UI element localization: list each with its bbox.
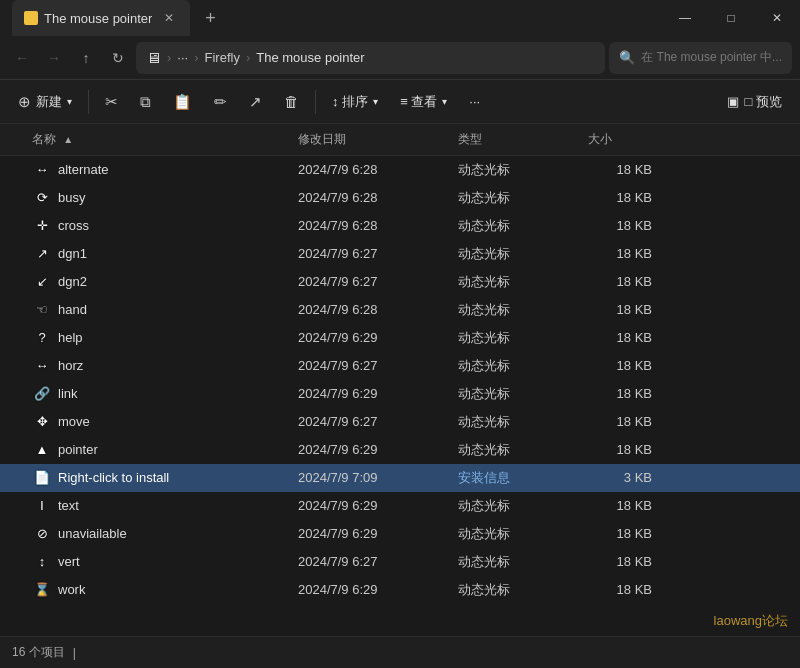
close-button[interactable]: ✕: [754, 0, 800, 36]
table-row[interactable]: ✥ move 2024/7/9 6:27 动态光标 18 KB: [0, 408, 800, 436]
file-type: 动态光标: [458, 301, 588, 319]
file-icon: 📄: [32, 468, 52, 488]
col-header-size[interactable]: 大小: [588, 131, 668, 148]
file-date: 2024/7/9 7:09: [298, 470, 458, 485]
table-row[interactable]: ⊘ unaviailable 2024/7/9 6:29 动态光标 18 KB: [0, 520, 800, 548]
col-header-date[interactable]: 修改日期: [298, 131, 458, 148]
table-row[interactable]: Ⅰ text 2024/7/9 6:29 动态光标 18 KB: [0, 492, 800, 520]
active-tab[interactable]: The mouse pointer ✕: [12, 0, 190, 36]
table-row[interactable]: 📄 Right-click to install 2024/7/9 7:09 安…: [0, 464, 800, 492]
file-icon: ↕: [32, 552, 52, 572]
file-size: 18 KB: [588, 554, 668, 569]
more-button[interactable]: ···: [459, 86, 490, 118]
file-icon: ↔: [32, 356, 52, 376]
search-icon: 🔍: [619, 50, 635, 65]
breadcrumb-current[interactable]: The mouse pointer: [256, 50, 364, 65]
file-size: 18 KB: [588, 302, 668, 317]
view-chevron-icon: ▾: [442, 96, 447, 107]
table-row[interactable]: ? help 2024/7/9 6:29 动态光标 18 KB: [0, 324, 800, 352]
view-label: ≡ 查看: [400, 93, 437, 111]
file-date: 2024/7/9 6:28: [298, 162, 458, 177]
new-button[interactable]: ⊕ 新建 ▾: [8, 86, 82, 118]
file-size: 18 KB: [588, 190, 668, 205]
file-size: 18 KB: [588, 162, 668, 177]
cut-button[interactable]: ✂: [95, 86, 128, 118]
back-button[interactable]: ←: [8, 44, 36, 72]
up-button[interactable]: ↑: [72, 44, 100, 72]
table-row[interactable]: ✛ cross 2024/7/9 6:28 动态光标 18 KB: [0, 212, 800, 240]
new-tab-button[interactable]: +: [194, 2, 226, 34]
new-chevron-icon: ▾: [67, 96, 72, 107]
file-size: 18 KB: [588, 582, 668, 597]
file-size: 18 KB: [588, 246, 668, 261]
file-icon: 🔗: [32, 384, 52, 404]
table-row[interactable]: ↗ dgn1 2024/7/9 6:27 动态光标 18 KB: [0, 240, 800, 268]
table-row[interactable]: 🔗 link 2024/7/9 6:29 动态光标 18 KB: [0, 380, 800, 408]
breadcrumb-firefly[interactable]: Firefly: [205, 50, 240, 65]
file-icon: ✛: [32, 216, 52, 236]
col-header-type[interactable]: 类型: [458, 131, 588, 148]
status-separator: |: [73, 646, 76, 660]
toolbar: ⊕ 新建 ▾ ✂ ⧉ 📋 ✏ ↗ 🗑 ↕ 排序 ▾ ≡ 查看 ▾ ··· ▣ □…: [0, 80, 800, 124]
copy-button[interactable]: ⧉: [130, 86, 161, 118]
sort-button[interactable]: ↕ 排序 ▾: [322, 86, 388, 118]
file-type: 动态光标: [458, 413, 588, 431]
file-date: 2024/7/9 6:27: [298, 274, 458, 289]
sort-label: ↕ 排序: [332, 93, 368, 111]
file-size: 18 KB: [588, 274, 668, 289]
view-button[interactable]: ≡ 查看 ▾: [390, 86, 457, 118]
toolbar-separator-2: [315, 90, 316, 114]
table-row[interactable]: ↔ alternate 2024/7/9 6:28 动态光标 18 KB: [0, 156, 800, 184]
file-date: 2024/7/9 6:28: [298, 190, 458, 205]
paste-icon: 📋: [173, 93, 192, 111]
more-label: ···: [469, 94, 480, 109]
table-row[interactable]: ⟳ busy 2024/7/9 6:28 动态光标 18 KB: [0, 184, 800, 212]
col-header-name[interactable]: 名称 ▲: [8, 131, 298, 148]
file-size: 3 KB: [588, 470, 668, 485]
file-size: 18 KB: [588, 498, 668, 513]
maximize-button[interactable]: □: [708, 0, 754, 36]
file-type: 动态光标: [458, 161, 588, 179]
file-size: 18 KB: [588, 218, 668, 233]
status-bar: 16 个项目 |: [0, 636, 800, 668]
refresh-button[interactable]: ↻: [104, 44, 132, 72]
file-name: cross: [58, 218, 298, 233]
file-type: 动态光标: [458, 329, 588, 347]
file-date: 2024/7/9 6:29: [298, 582, 458, 597]
new-label: 新建: [36, 93, 62, 111]
table-row[interactable]: ▲ pointer 2024/7/9 6:29 动态光标 18 KB: [0, 436, 800, 464]
table-row[interactable]: ☜ hand 2024/7/9 6:28 动态光标 18 KB: [0, 296, 800, 324]
forward-button[interactable]: →: [40, 44, 68, 72]
file-date: 2024/7/9 6:29: [298, 386, 458, 401]
rename-icon: ✏: [214, 93, 227, 111]
toolbar-separator-1: [88, 90, 89, 114]
breadcrumb-sep-2: ›: [194, 50, 198, 65]
file-list-area[interactable]: 名称 ▲ 修改日期 类型 大小 ↔ alternate 2024/7/9 6:2…: [0, 124, 800, 636]
plus-icon: ⊕: [18, 93, 31, 111]
preview-button[interactable]: ▣ □ 预览: [717, 86, 792, 118]
address-box[interactable]: 🖥 › ··· › Firefly › The mouse pointer: [136, 42, 605, 74]
table-row[interactable]: ↔ horz 2024/7/9 6:27 动态光标 18 KB: [0, 352, 800, 380]
file-type: 动态光标: [458, 245, 588, 263]
file-date: 2024/7/9 6:29: [298, 442, 458, 457]
file-type: 动态光标: [458, 273, 588, 291]
file-date: 2024/7/9 6:29: [298, 330, 458, 345]
file-rows-container: ↔ alternate 2024/7/9 6:28 动态光标 18 KB ⟳ b…: [0, 156, 800, 604]
breadcrumb-sep-1: ›: [167, 50, 171, 65]
minimize-button[interactable]: —: [662, 0, 708, 36]
share-icon: ↗: [249, 93, 262, 111]
file-type: 动态光标: [458, 217, 588, 235]
paste-button[interactable]: 📋: [163, 86, 202, 118]
share-button[interactable]: ↗: [239, 86, 272, 118]
table-row[interactable]: ↙ dgn2 2024/7/9 6:27 动态光标 18 KB: [0, 268, 800, 296]
table-row[interactable]: ⌛ work 2024/7/9 6:29 动态光标 18 KB: [0, 576, 800, 604]
tab-close-button[interactable]: ✕: [160, 9, 178, 27]
table-row[interactable]: ↕ vert 2024/7/9 6:27 动态光标 18 KB: [0, 548, 800, 576]
search-box[interactable]: 🔍 在 The mouse pointer 中...: [609, 42, 792, 74]
rename-button[interactable]: ✏: [204, 86, 237, 118]
file-icon: Ⅰ: [32, 496, 52, 516]
delete-button[interactable]: 🗑: [274, 86, 309, 118]
file-name: dgn1: [58, 246, 298, 261]
file-date: 2024/7/9 6:27: [298, 554, 458, 569]
monitor-icon: 🖥: [146, 49, 161, 66]
